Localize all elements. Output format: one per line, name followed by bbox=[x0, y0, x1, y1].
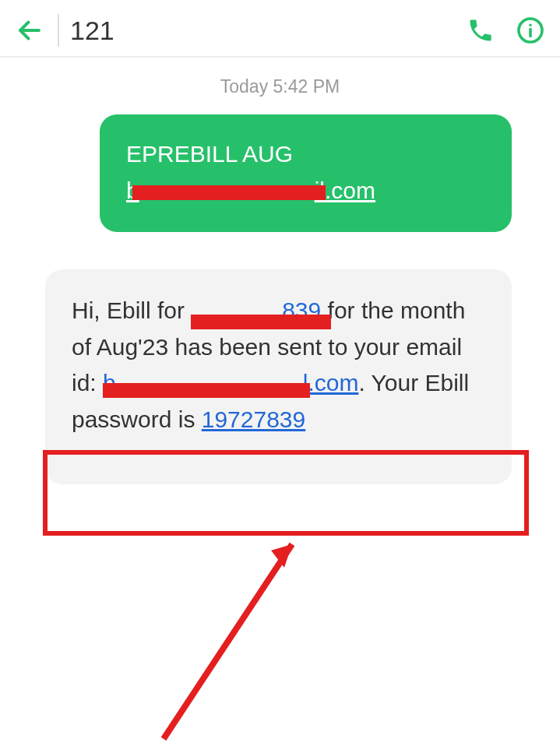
message-list: Today 5:42 PM EPREBILL AUG bxxxxxxxxxxxx… bbox=[0, 58, 560, 495]
info-icon[interactable] bbox=[516, 16, 544, 44]
email-link[interactable]: bxxxxxxxxxxxxxxxxl.com bbox=[103, 370, 358, 396]
back-icon[interactable] bbox=[16, 16, 44, 44]
outgoing-line1: EPREBILL AUG bbox=[126, 136, 485, 173]
msg-text: Hi, Ebill for bbox=[72, 297, 191, 323]
password-link[interactable]: 19727839 bbox=[202, 406, 305, 432]
phone-icon[interactable] bbox=[467, 16, 495, 44]
timestamp: Today 5:42 PM bbox=[0, 76, 560, 97]
outgoing-email: bxxxxxxxxxxxxxxxil.com bbox=[126, 173, 375, 209]
incoming-message[interactable]: Hi, Ebill for 7740067839 for the month o… bbox=[45, 269, 512, 484]
redaction-mark bbox=[103, 383, 310, 398]
redaction-mark bbox=[191, 315, 331, 329]
annotation-arrow bbox=[140, 533, 312, 749]
contact-title[interactable]: 121 bbox=[70, 16, 445, 46]
svg-line-4 bbox=[164, 544, 292, 739]
phone-link[interactable]: 7740067839 bbox=[191, 297, 321, 323]
redaction-mark bbox=[132, 185, 326, 200]
outgoing-message[interactable]: EPREBILL AUG bxxxxxxxxxxxxxxxil.com bbox=[100, 114, 512, 232]
svg-point-3 bbox=[529, 23, 532, 26]
chat-header: 121 bbox=[0, 0, 560, 58]
header-divider bbox=[58, 14, 59, 47]
svg-marker-5 bbox=[271, 544, 292, 568]
